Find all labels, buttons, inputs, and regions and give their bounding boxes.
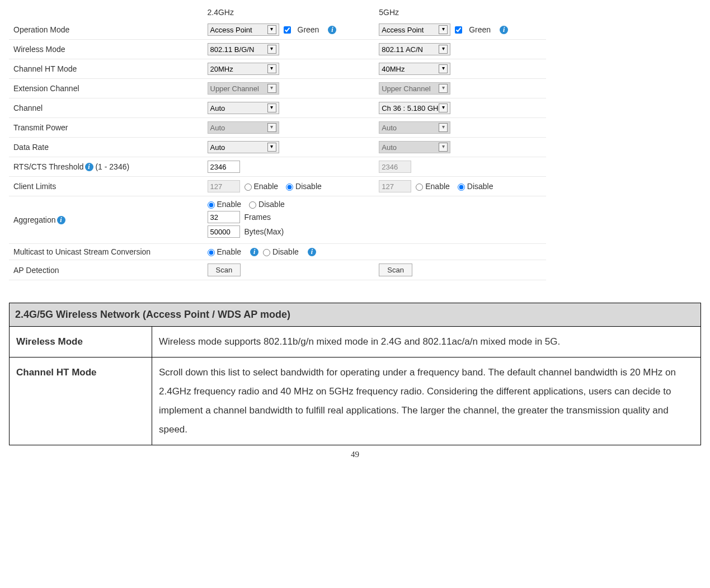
client-limit-24-enable-radio[interactable] — [244, 184, 252, 191]
row-extension-channel: Extension Channel Upper Channel▾ Upper C… — [9, 79, 546, 98]
aggregation-frames-label: Frames — [244, 213, 271, 222]
row-rts-cts: RTS/CTS Thresholdi (1 - 2346) — [9, 157, 546, 177]
green-5-label: Green — [469, 25, 491, 34]
header-5ghz: 5GHz — [374, 4, 546, 20]
info-icon[interactable]: i — [250, 248, 258, 256]
chevron-down-icon: ▾ — [439, 143, 448, 152]
label-aggregation: Aggregationi — [9, 196, 203, 244]
row-transmit-power: Transmit Power Auto▾ Auto▾ — [9, 118, 546, 138]
row-channel: Channel Auto▾ Ch 36 : 5.180 GH▾ — [9, 98, 546, 118]
label-extension-channel: Extension Channel — [9, 79, 203, 98]
channel-ht-24-select[interactable]: 20MHz▾ — [208, 63, 279, 75]
label-ap-detection: AP Detection — [9, 260, 203, 280]
chevron-down-icon: ▾ — [439, 84, 448, 93]
info-icon[interactable]: i — [328, 26, 336, 34]
wireless-settings-table: 2.4GHz 5GHz Operation Mode Access Point▾… — [9, 4, 546, 280]
aggregation-frames-input[interactable] — [208, 211, 240, 223]
doc-row-desc: Scroll down this list to select bandwidt… — [152, 357, 701, 445]
aggregation-bytes-input[interactable] — [208, 225, 240, 238]
label-rts-cts: RTS/CTS Thresholdi (1 - 2346) — [9, 157, 203, 177]
page-number: 49 — [9, 450, 701, 459]
label-data-rate: Data Rate — [9, 138, 203, 157]
label-operation-mode: Operation Mode — [9, 20, 203, 40]
chevron-down-icon: ▾ — [439, 45, 448, 54]
rts-5-input — [379, 161, 411, 173]
info-icon[interactable]: i — [308, 248, 316, 256]
wireless-mode-5-select[interactable]: 802.11 AC/N▾ — [379, 43, 450, 55]
row-data-rate: Data Rate Auto▾ Auto▾ — [9, 138, 546, 157]
row-wireless-mode: Wireless Mode 802.11 B/G/N▾ 802.11 AC/N▾ — [9, 40, 546, 59]
row-channel-ht: Channel HT Mode 20MHz▾ 40MHz▾ — [9, 59, 546, 79]
ext-channel-5-select: Upper Channel▾ — [379, 82, 450, 95]
chevron-down-icon: ▾ — [267, 64, 276, 73]
channel-5-select[interactable]: Ch 36 : 5.180 GH▾ — [379, 102, 450, 114]
aggregation-disable-radio[interactable] — [249, 201, 256, 209]
doc-title: 2.4G/5G Wireless Network (Access Point /… — [10, 303, 701, 327]
client-limit-5-input — [379, 180, 411, 192]
operation-mode-5-select[interactable]: Access Point▾ — [379, 23, 450, 36]
label-channel-ht: Channel HT Mode — [9, 59, 203, 79]
label-multicast: Multicast to Unicast Stream Conversion — [9, 244, 203, 260]
green-24-checkbox[interactable] — [284, 26, 291, 34]
multicast-disable-radio[interactable] — [263, 249, 270, 256]
chevron-down-icon: ▾ — [267, 104, 276, 112]
green-5-checkbox[interactable] — [455, 26, 462, 34]
row-aggregation: Aggregationi Enable Disable Frames Bytes… — [9, 196, 546, 244]
client-limit-5-disable-radio[interactable] — [458, 184, 465, 191]
client-limit-5-enable-radio[interactable] — [416, 184, 423, 191]
chevron-down-icon: ▾ — [267, 45, 276, 54]
wireless-mode-24-select[interactable]: 802.11 B/G/N▾ — [208, 43, 279, 55]
doc-row-desc: Wireless mode supports 802.11b/g/n mixed… — [152, 327, 701, 357]
info-icon[interactable]: i — [85, 163, 93, 171]
chevron-down-icon: ▾ — [267, 143, 276, 152]
operation-mode-24-select[interactable]: Access Point▾ — [208, 23, 279, 36]
ext-channel-24-select: Upper Channel▾ — [208, 82, 279, 95]
channel-24-select[interactable]: Auto▾ — [208, 102, 279, 114]
client-limit-24-disable-radio[interactable] — [286, 184, 293, 191]
chevron-down-icon: ▾ — [439, 25, 448, 34]
info-icon[interactable]: i — [57, 216, 65, 224]
tx-power-5-select: Auto▾ — [379, 121, 450, 134]
label-channel: Channel — [9, 98, 203, 118]
chevron-down-icon: ▾ — [267, 25, 276, 34]
data-rate-24-select[interactable]: Auto▾ — [208, 141, 279, 153]
chevron-down-icon: ▾ — [267, 123, 276, 132]
data-rate-5-select: Auto▾ — [379, 141, 450, 153]
info-icon[interactable]: i — [500, 26, 508, 34]
doc-row-label: Wireless Mode — [10, 327, 152, 357]
rts-24-input[interactable] — [208, 161, 240, 173]
row-ap-detection: AP Detection Scan Scan — [9, 260, 546, 280]
header-24ghz: 2.4GHz — [203, 4, 375, 20]
label-client-limits: Client Limits — [9, 177, 203, 196]
chevron-down-icon: ▾ — [439, 64, 448, 73]
tx-power-24-select: Auto▾ — [208, 121, 279, 134]
row-operation-mode: Operation Mode Access Point▾ Green i Acc… — [9, 20, 546, 40]
chevron-down-icon: ▾ — [439, 123, 448, 132]
documentation-table: 2.4G/5G Wireless Network (Access Point /… — [9, 303, 701, 445]
doc-row-label: Channel HT Mode — [10, 357, 152, 445]
green-24-label: Green — [298, 25, 319, 34]
row-client-limits: Client Limits Enable Disable Enable Disa… — [9, 177, 546, 196]
scan-5-button[interactable]: Scan — [379, 264, 412, 276]
scan-24-button[interactable]: Scan — [208, 264, 241, 276]
client-limit-24-input — [208, 180, 240, 192]
label-transmit-power: Transmit Power — [9, 118, 203, 138]
chevron-down-icon: ▾ — [439, 104, 448, 112]
row-multicast: Multicast to Unicast Stream Conversion E… — [9, 244, 546, 260]
multicast-enable-radio[interactable] — [208, 249, 215, 256]
aggregation-bytes-label: Bytes(Max) — [244, 227, 284, 236]
label-wireless-mode: Wireless Mode — [9, 40, 203, 59]
channel-ht-5-select[interactable]: 40MHz▾ — [379, 63, 450, 75]
chevron-down-icon: ▾ — [267, 84, 276, 93]
aggregation-enable-radio[interactable] — [208, 201, 215, 209]
